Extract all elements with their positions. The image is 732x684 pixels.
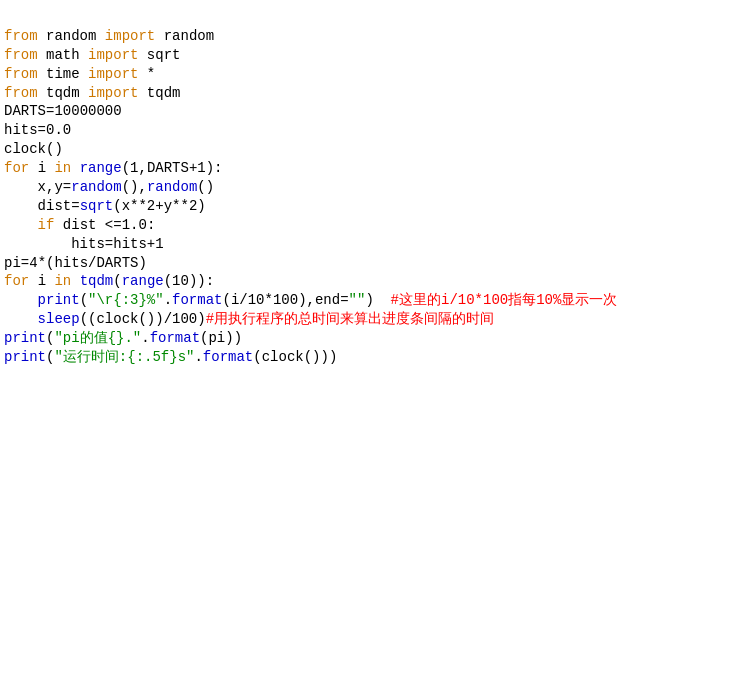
- line-5: DARTS=10000000: [4, 103, 122, 119]
- line-1: from random import random: [4, 28, 214, 44]
- line-2: from math import sqrt: [4, 47, 180, 63]
- line-18: print("运行时间:{:.5f}s".format(clock())): [4, 349, 337, 365]
- line-3: from time import *: [4, 66, 155, 82]
- line-4: from tqdm import tqdm: [4, 85, 180, 101]
- line-13: pi=4*(hits/DARTS): [4, 255, 147, 271]
- line-9: x,y=random(),random(): [4, 179, 214, 195]
- line-11: if dist <=1.0:: [4, 217, 155, 233]
- line-8: for i in range(1,DARTS+1):: [4, 160, 223, 176]
- line-15: print("\r{:3}%".format(i/10*100),end="")…: [4, 292, 617, 308]
- line-16: sleep((clock())/100)#用执行程序的总时间来算出进度条间隔的时…: [4, 311, 494, 327]
- line-12: hits=hits+1: [4, 236, 164, 252]
- line-6: hits=0.0: [4, 122, 71, 138]
- line-10: dist=sqrt(x**2+y**2): [4, 198, 206, 214]
- code-editor: from random import random from math impo…: [4, 8, 728, 367]
- line-14: for i in tqdm(range(10)):: [4, 273, 214, 289]
- line-17: print("pi的值{}.".format(pi)): [4, 330, 242, 346]
- line-7: clock(): [4, 141, 63, 157]
